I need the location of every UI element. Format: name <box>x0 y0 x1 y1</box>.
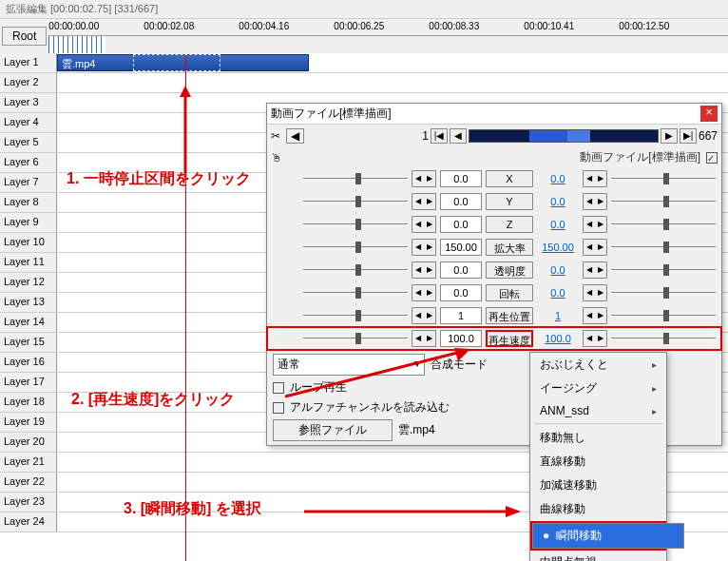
slider-right[interactable] <box>611 171 716 186</box>
spin-down-icon[interactable]: ◀ <box>412 285 424 300</box>
layer-row[interactable]: Layer 2 <box>0 73 728 93</box>
spin-up-icon[interactable]: ▶ <box>595 217 606 232</box>
layer-label[interactable]: Layer 7 <box>0 173 57 192</box>
slider-right[interactable] <box>611 262 716 278</box>
param-name-button[interactable]: 再生速度 <box>486 330 533 347</box>
spin-down-icon[interactable]: ◀ <box>412 171 424 186</box>
spin-up-icon[interactable]: ▶ <box>595 308 606 323</box>
layer-label[interactable]: Layer 21 <box>0 453 57 472</box>
value-right[interactable]: 0.0 <box>537 264 579 276</box>
slider-left[interactable] <box>303 262 408 278</box>
ref-file-button[interactable]: 参照ファイル <box>273 419 393 441</box>
spin-up-icon[interactable]: ▶ <box>595 331 606 346</box>
value-left[interactable]: 0.0 <box>440 170 482 187</box>
spin-down-icon[interactable]: ◀ <box>584 262 595 278</box>
layer-label[interactable]: Layer 11 <box>0 253 57 272</box>
spin-down-icon[interactable]: ◀ <box>584 240 595 255</box>
frame-prev-icon[interactable]: ◀ <box>450 128 467 144</box>
spin-down-icon[interactable]: ◀ <box>584 217 595 232</box>
slider-right[interactable] <box>611 240 716 255</box>
menu-item[interactable]: イージング <box>530 377 666 400</box>
spin-down-icon[interactable]: ◀ <box>412 240 424 255</box>
param-name-button[interactable]: 拡大率 <box>486 239 533 256</box>
value-right[interactable]: 0.0 <box>537 287 579 299</box>
spin-down-icon[interactable]: ◀ <box>412 194 424 209</box>
spin-up-icon[interactable]: ▶ <box>424 240 435 255</box>
spin-down-icon[interactable]: ◀ <box>412 217 424 232</box>
menu-item[interactable]: ● 瞬間移動 <box>532 523 684 549</box>
enable-checkbox[interactable] <box>706 152 718 164</box>
value-right[interactable]: 1 <box>537 310 579 321</box>
root-button[interactable]: Root <box>2 27 47 46</box>
slider-right[interactable] <box>611 308 716 323</box>
menu-item[interactable]: 曲線移動 <box>530 497 666 521</box>
layer-label[interactable]: Layer 18 <box>0 393 57 412</box>
layer-track[interactable] <box>57 73 728 92</box>
menu-item[interactable]: 移動無し <box>530 426 666 450</box>
frame-first-icon[interactable]: |◀ <box>431 128 448 144</box>
layer-label[interactable]: Layer 5 <box>0 133 57 152</box>
spin-up-icon[interactable]: ▶ <box>595 171 606 186</box>
layer-label[interactable]: Layer 19 <box>0 413 57 432</box>
layer-label[interactable]: Layer 22 <box>0 473 57 492</box>
layer-row[interactable]: Layer 1雲.mp4 <box>0 53 728 73</box>
loop-checkbox[interactable] <box>273 382 284 394</box>
slider-left[interactable] <box>303 171 408 186</box>
back-icon[interactable]: ◀ <box>286 128 304 144</box>
layer-label[interactable]: Layer 14 <box>0 313 57 332</box>
layer-label[interactable]: Layer 15 <box>0 333 57 352</box>
slider-left[interactable] <box>303 240 408 255</box>
layer-label[interactable]: Layer 12 <box>0 273 57 292</box>
value-left[interactable]: 0.0 <box>440 216 482 233</box>
frame-next-icon[interactable]: ▶ <box>661 128 678 144</box>
slider-right[interactable] <box>611 331 716 346</box>
param-name-button[interactable]: Z <box>486 216 533 233</box>
scissors-icon[interactable]: ✂ <box>271 129 280 143</box>
spin-up-icon[interactable]: ▶ <box>595 262 606 278</box>
spin-down-icon[interactable]: ◀ <box>584 171 595 186</box>
param-name-button[interactable]: Y <box>486 193 533 210</box>
layer-label[interactable]: Layer 2 <box>0 73 57 92</box>
menu-item[interactable]: 加減速移動 <box>530 474 666 497</box>
menu-item[interactable]: 中間点無視 <box>530 551 666 561</box>
value-right[interactable]: 0.0 <box>537 219 579 230</box>
slider-right[interactable] <box>611 217 716 232</box>
frame-last-icon[interactable]: ▶| <box>680 128 697 144</box>
value-right[interactable]: 0.0 <box>537 196 579 207</box>
layer-label[interactable]: Layer 8 <box>0 193 57 212</box>
spin-down-icon[interactable]: ◀ <box>584 285 595 300</box>
spin-down-icon[interactable]: ◀ <box>584 194 595 209</box>
spin-up-icon[interactable]: ▶ <box>424 217 435 232</box>
layer-label[interactable]: Layer 23 <box>0 493 57 512</box>
value-left[interactable]: 0.0 <box>440 284 482 301</box>
param-name-button[interactable]: 回転 <box>486 284 533 301</box>
alpha-checkbox[interactable] <box>273 402 284 414</box>
layer-label[interactable]: Layer 17 <box>0 373 57 392</box>
spin-up-icon[interactable]: ▶ <box>424 194 435 209</box>
value-left[interactable]: 0.0 <box>440 193 482 210</box>
value-left[interactable]: 0.0 <box>440 261 482 279</box>
slider-right[interactable] <box>611 194 716 209</box>
layer-label[interactable]: Layer 3 <box>0 93 57 112</box>
layer-label[interactable]: Layer 13 <box>0 293 57 312</box>
menu-item[interactable]: おぶじえくと <box>530 353 666 377</box>
layer-label[interactable]: Layer 1 <box>0 53 57 72</box>
spin-up-icon[interactable]: ▶ <box>424 262 435 278</box>
param-name-button[interactable]: X <box>486 170 533 187</box>
close-icon[interactable]: × <box>700 106 718 122</box>
time-ruler[interactable]: 00:00:00.0000:00:02.0800:00:04.1600:00:0… <box>48 19 728 53</box>
value-right[interactable]: 100.0 <box>537 333 579 344</box>
slider-right[interactable] <box>611 285 716 300</box>
slider-left[interactable] <box>303 285 408 300</box>
spin-up-icon[interactable]: ▶ <box>595 285 606 300</box>
layer-label[interactable]: Layer 24 <box>0 513 57 532</box>
spin-up-icon[interactable]: ▶ <box>424 285 435 300</box>
slider-left[interactable] <box>303 194 408 209</box>
spin-down-icon[interactable]: ◀ <box>584 308 595 323</box>
menu-item[interactable]: 直線移動 <box>530 450 666 474</box>
value-right[interactable]: 150.00 <box>537 242 579 253</box>
slider-left[interactable] <box>303 308 408 323</box>
layer-label[interactable]: Layer 4 <box>0 113 57 132</box>
frame-progress[interactable] <box>469 129 659 143</box>
value-left[interactable]: 150.00 <box>440 239 482 256</box>
